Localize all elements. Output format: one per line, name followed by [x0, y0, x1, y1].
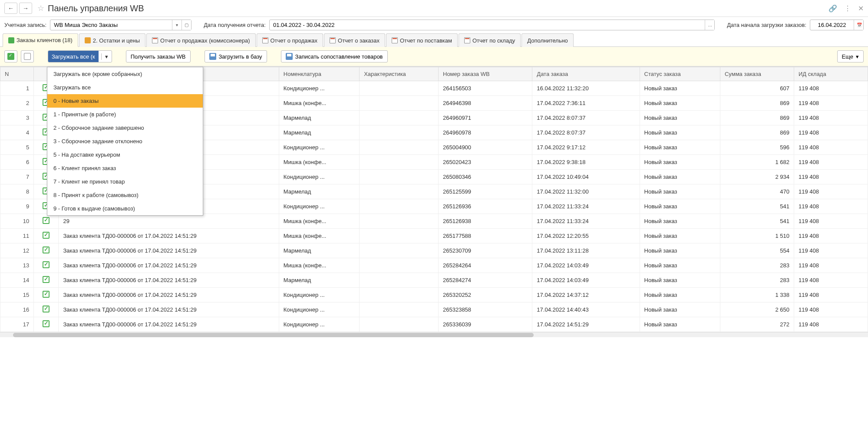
- cell-sum: 541: [720, 214, 794, 229]
- cell-sum: 283: [720, 258, 794, 273]
- cell-n: 7: [0, 170, 34, 184]
- dropdown-item-3[interactable]: 1 - Принятые (в работе): [47, 108, 203, 121]
- table-row[interactable]: 17Заказ клиента ТД00-000006 от 17.04.202…: [0, 317, 868, 332]
- get-orders-button[interactable]: Получить заказы WB: [126, 50, 191, 62]
- tab-icon: [464, 37, 470, 43]
- checkbox-icon[interactable]: [43, 291, 50, 298]
- tab-0[interactable]: Заказы клиентов (18): [3, 33, 78, 47]
- header-filters: Учетная запись: ▾ ▢ Дата получения отчет…: [0, 17, 868, 33]
- scrollbar-thumb[interactable]: [13, 333, 534, 337]
- table-row[interactable]: 11Заказ клиента ТД00-000006 от 17.04.202…: [0, 229, 868, 243]
- dropdown-item-4[interactable]: 2 - Сборочное задание завершено: [47, 121, 203, 135]
- tab-1[interactable]: 2. Остатки и цены: [79, 33, 145, 47]
- cell-warehouse: 119 408: [794, 125, 868, 140]
- checkbox-icon[interactable]: [43, 320, 50, 327]
- save-mapping-button[interactable]: Записать сопоставление товаров: [281, 50, 388, 62]
- cell-nomenclature: Мишка (конфе...: [279, 155, 359, 170]
- tab-2[interactable]: Отчет о продажах (комиссионера): [146, 33, 255, 47]
- table-row[interactable]: 12Заказ клиента ТД00-000006 от 17.04.202…: [0, 243, 868, 258]
- cell-n: 3: [0, 111, 34, 125]
- tab-3[interactable]: Отчет о продажах: [257, 33, 323, 47]
- nav-forward-button[interactable]: →: [19, 3, 32, 14]
- load-start-input[interactable]: [810, 20, 854, 30]
- cell-checkbox[interactable]: [34, 302, 59, 317]
- report-date-picker-icon[interactable]: …: [705, 20, 714, 30]
- report-date-combo[interactable]: …: [269, 20, 715, 30]
- table-row[interactable]: 14Заказ клиента ТД00-000006 от 17.04.202…: [0, 273, 868, 288]
- cell-sum: 1 510: [720, 229, 794, 243]
- close-icon[interactable]: ✕: [858, 4, 864, 13]
- link-icon[interactable]: 🔗: [828, 4, 837, 13]
- horizontal-scrollbar[interactable]: [0, 332, 868, 337]
- chevron-down-icon[interactable]: ▾: [101, 53, 112, 60]
- cell-checkbox[interactable]: [34, 243, 59, 258]
- cell-n: 6: [0, 155, 34, 170]
- tab-label: Заказы клиентов (18): [17, 37, 73, 43]
- column-header-9[interactable]: ИД склада: [794, 67, 868, 81]
- load-filter-dropdown[interactable]: Загружать все (к ▾: [48, 50, 112, 62]
- checkbox-icon[interactable]: [43, 306, 50, 312]
- table-row[interactable]: 1029Мишка (конфе...26512693817.04.2022 1…: [0, 214, 868, 229]
- dropdown-item-1[interactable]: Загружать все: [47, 81, 203, 94]
- column-header-6[interactable]: Дата заказа: [532, 67, 640, 81]
- tab-4[interactable]: Отчет о заказах: [324, 33, 385, 47]
- dropdown-item-10[interactable]: 9 - Готов к выдаче (самовывоз): [47, 202, 203, 215]
- tab-5[interactable]: Отчет по поставкам: [386, 33, 458, 47]
- column-header-0[interactable]: N: [0, 67, 34, 81]
- nav-back-button[interactable]: ←: [4, 3, 17, 14]
- dropdown-item-8[interactable]: 7 - Клиент не принял товар: [47, 175, 203, 188]
- checkbox-icon[interactable]: [43, 232, 50, 239]
- cell-n: 1: [0, 81, 34, 96]
- table-row[interactable]: 15Заказ клиента ТД00-000006 от 17.04.202…: [0, 288, 868, 302]
- uncheck-all-button[interactable]: [21, 50, 34, 62]
- checkbox-icon[interactable]: [43, 261, 50, 268]
- table-row[interactable]: 13Заказ клиента ТД00-000006 от 17.04.202…: [0, 258, 868, 273]
- cell-status: Новый заказ: [640, 111, 720, 125]
- cell-checkbox[interactable]: [34, 317, 59, 332]
- account-open-icon[interactable]: ▢: [182, 20, 191, 30]
- account-input[interactable]: [50, 20, 172, 30]
- report-date-input[interactable]: [270, 20, 705, 30]
- column-header-8[interactable]: Сумма заказа: [720, 67, 794, 81]
- load-db-button[interactable]: Загрузить в базу: [205, 50, 267, 62]
- account-combo[interactable]: ▾ ▢: [50, 20, 191, 30]
- checkbox-icon[interactable]: [43, 217, 50, 224]
- cell-checkbox[interactable]: [34, 258, 59, 273]
- checkbox-icon[interactable]: [43, 247, 50, 253]
- column-header-3[interactable]: Номенклатура: [279, 67, 359, 81]
- cell-checkbox[interactable]: [34, 229, 59, 243]
- cell-nomenclature: Кондиционер ...: [279, 199, 359, 214]
- cell-checkbox[interactable]: [34, 214, 59, 229]
- dropdown-item-5[interactable]: 3 - Сборочное задание отклонено: [47, 135, 203, 148]
- tab-6[interactable]: Отчет по складу: [459, 33, 521, 47]
- favorite-icon[interactable]: ☆: [37, 3, 44, 13]
- dropdown-item-9[interactable]: 8 - Принят к работе (самовывоз): [47, 188, 203, 202]
- cell-status: Новый заказ: [640, 125, 720, 140]
- dropdown-item-7[interactable]: 6 - Клиент принял заказ: [47, 161, 203, 175]
- cell-nomenclature: Мармелад: [279, 273, 359, 288]
- table-row[interactable]: 16Заказ клиента ТД00-000006 от 17.04.202…: [0, 302, 868, 317]
- cell-characteristic: [360, 199, 439, 214]
- checkbox-icon[interactable]: [43, 276, 50, 283]
- cell-checkbox[interactable]: [34, 273, 59, 288]
- column-header-7[interactable]: Статус заказа: [640, 67, 720, 81]
- dropdown-item-0[interactable]: Загружать все (кроме собранных): [47, 67, 203, 81]
- cell-sum: 2 650: [720, 302, 794, 317]
- calendar-icon[interactable]: 📅: [854, 20, 863, 30]
- more-menu-icon[interactable]: ⋮: [844, 4, 851, 13]
- cell-wb-order: 265177588: [439, 229, 532, 243]
- column-header-5[interactable]: Номер заказа WB: [439, 67, 532, 81]
- load-start-combo[interactable]: 📅: [810, 20, 864, 30]
- account-dropdown-icon[interactable]: ▾: [172, 20, 182, 30]
- dropdown-item-2[interactable]: 0 - Новые заказы: [47, 94, 203, 108]
- tab-7[interactable]: Дополнительно: [521, 33, 574, 47]
- cell-checkbox[interactable]: [34, 288, 59, 302]
- tab-label: Отчет по поставкам: [400, 37, 452, 44]
- check-all-button[interactable]: [4, 50, 17, 62]
- cell-status: Новый заказ: [640, 302, 720, 317]
- tab-icon: [330, 37, 336, 43]
- column-header-4[interactable]: Характеристика: [360, 67, 439, 81]
- more-button[interactable]: Еще ▾: [837, 50, 864, 62]
- cell-nomenclature: Кондиционер ...: [279, 302, 359, 317]
- dropdown-item-6[interactable]: 5 - На доставке курьером: [47, 148, 203, 161]
